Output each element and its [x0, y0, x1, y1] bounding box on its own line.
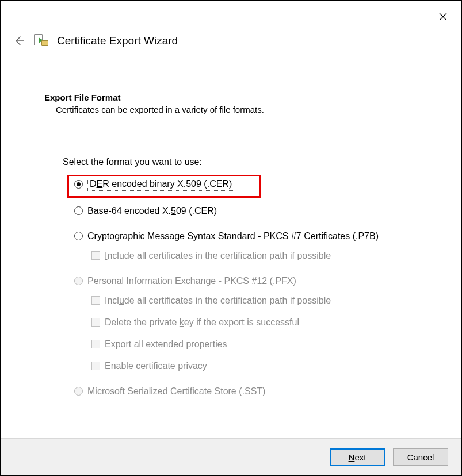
radio-label-der: DER encoded binary X.509 (.CER) — [87, 178, 234, 191]
radio-option-pfx: Personal Information Exchange - PKCS #12… — [74, 276, 438, 286]
checkbox-export-extended: Export all extended properties — [91, 339, 438, 350]
radio-icon — [74, 232, 83, 240]
radio-icon — [74, 277, 83, 285]
radio-label-pfx: Personal Information Exchange - PKCS #12… — [87, 276, 296, 286]
radio-option-der[interactable]: DER encoded binary X.509 (.CER) — [74, 178, 438, 191]
wizard-title: Certificate Export Wizard — [57, 34, 178, 47]
cancel-button[interactable]: Cancel — [393, 448, 448, 466]
section-header: Export File Format Certificates can be e… — [44, 93, 438, 114]
format-options: DER encoded binary X.509 (.CER) Base-64 … — [63, 178, 438, 397]
checkbox-icon — [91, 251, 100, 260]
checkbox-icon — [91, 340, 100, 348]
back-arrow-icon — [14, 36, 24, 46]
format-prompt: Select the format you want to use: — [63, 157, 438, 167]
close-button[interactable] — [435, 9, 451, 25]
separator — [20, 132, 442, 132]
radio-option-base64[interactable]: Base-64 encoded X.509 (.CER) — [74, 206, 438, 216]
checkbox-icon — [91, 362, 100, 370]
checkbox-enable-privacy: Enable certificate privacy — [91, 361, 438, 371]
radio-option-sst: Microsoft Serialized Certificate Store (… — [74, 386, 438, 397]
radio-option-pkcs7[interactable]: Cryptographic Message Syntax Standard - … — [74, 231, 438, 241]
radio-label-pkcs7: Cryptographic Message Syntax Standard - … — [87, 231, 379, 241]
wizard-icon — [33, 34, 49, 48]
radio-label-base64: Base-64 encoded X.509 (.CER) — [87, 206, 217, 216]
checkbox-label: Export all extended properties — [105, 339, 227, 350]
checkbox-label: Enable certificate privacy — [105, 361, 207, 371]
close-icon — [439, 13, 447, 21]
checkbox-include-pfx: Include all certificates in the certific… — [91, 295, 438, 306]
radio-icon — [74, 206, 83, 215]
radio-icon — [74, 180, 83, 189]
radio-label-sst: Microsoft Serialized Certificate Store (… — [87, 386, 265, 397]
checkbox-label: Delete the private key if the export is … — [105, 317, 299, 328]
checkbox-label: Include all certificates in the certific… — [105, 251, 331, 261]
wizard-header: Certificate Export Wizard — [13, 34, 444, 48]
checkbox-icon — [91, 318, 100, 327]
back-button[interactable] — [13, 35, 25, 47]
section-title: Export File Format — [44, 93, 438, 102]
section-subtitle: Certificates can be exported in a variet… — [56, 105, 438, 114]
radio-icon — [74, 387, 83, 396]
content-area: Select the format you want to use: DER e… — [63, 157, 438, 412]
next-button[interactable]: Next — [330, 448, 385, 466]
footer-bar: Next Cancel — [1, 438, 461, 475]
checkbox-icon — [91, 296, 100, 305]
checkbox-label: Include all certificates in the certific… — [105, 295, 331, 306]
checkbox-delete-key: Delete the private key if the export is … — [91, 317, 438, 328]
checkbox-include-pkcs7: Include all certificates in the certific… — [91, 251, 438, 261]
